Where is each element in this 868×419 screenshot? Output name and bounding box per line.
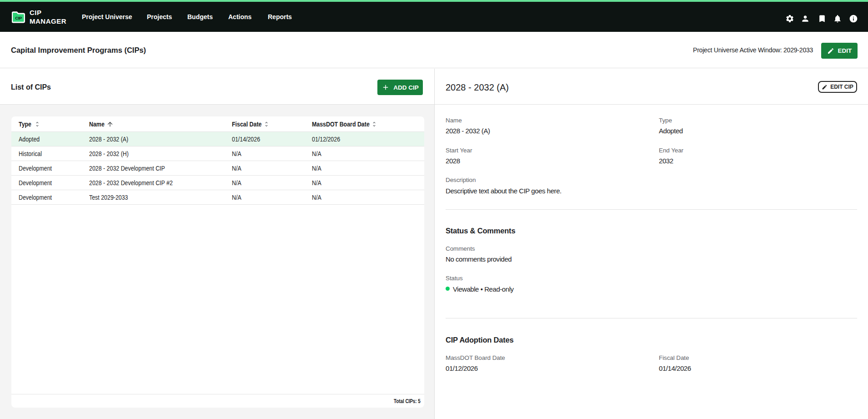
svg-text:CIP: CIP	[15, 15, 22, 20]
